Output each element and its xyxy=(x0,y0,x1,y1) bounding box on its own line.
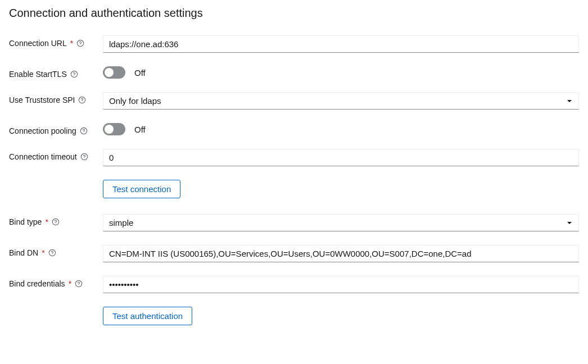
label-connection-url: Connection URL xyxy=(9,39,67,48)
row-enable-starttls: Enable StartTLS Off xyxy=(9,66,579,79)
svg-point-1 xyxy=(80,45,81,46)
row-bind-credentials: Bind credentials * xyxy=(9,276,579,293)
row-connection-url: Connection URL * xyxy=(9,35,579,53)
use-truststore-spi-select[interactable]: Only for ldaps xyxy=(103,92,579,110)
bind-dn-input[interactable] xyxy=(103,245,579,262)
required-marker: * xyxy=(45,217,48,226)
test-authentication-button[interactable]: Test authentication xyxy=(103,307,192,325)
row-test-authentication: Test authentication xyxy=(9,307,579,325)
row-connection-timeout: Connection timeout xyxy=(9,149,579,166)
section-title: Connection and authentication settings xyxy=(9,7,579,20)
row-test-connection: Test connection xyxy=(9,180,579,198)
help-icon[interactable] xyxy=(80,153,88,161)
svg-point-15 xyxy=(79,285,79,286)
svg-point-13 xyxy=(52,254,52,255)
label-connection-timeout: Connection timeout xyxy=(9,152,77,161)
help-icon[interactable] xyxy=(70,70,78,78)
label-bind-dn: Bind DN xyxy=(9,248,38,257)
help-icon[interactable] xyxy=(52,218,60,226)
row-connection-pooling: Connection pooling Off xyxy=(9,123,579,135)
test-connection-button[interactable]: Test connection xyxy=(103,180,180,198)
required-marker: * xyxy=(42,248,44,257)
connection-url-input[interactable] xyxy=(103,35,579,53)
bind-credentials-input[interactable] xyxy=(103,276,579,293)
enable-starttls-state: Off xyxy=(134,68,146,78)
connection-timeout-input[interactable] xyxy=(103,149,579,166)
svg-point-7 xyxy=(83,133,84,133)
connection-pooling-state: Off xyxy=(134,125,146,134)
svg-point-11 xyxy=(55,224,56,224)
row-bind-type: Bind type * simple xyxy=(9,214,579,231)
help-icon[interactable] xyxy=(78,96,86,104)
required-marker: * xyxy=(69,279,71,288)
bind-type-select[interactable]: simple xyxy=(103,214,579,231)
row-bind-dn: Bind DN * xyxy=(9,245,579,262)
svg-point-3 xyxy=(74,76,74,76)
help-icon[interactable] xyxy=(75,280,83,288)
svg-point-9 xyxy=(84,158,84,159)
label-connection-pooling: Connection pooling xyxy=(9,126,76,135)
label-bind-type: Bind type xyxy=(9,217,42,226)
label-use-truststore-spi: Use Truststore SPI xyxy=(9,95,75,104)
enable-starttls-toggle[interactable] xyxy=(103,66,125,79)
connection-pooling-toggle[interactable] xyxy=(103,123,125,135)
svg-point-5 xyxy=(82,102,83,102)
help-icon[interactable] xyxy=(76,39,84,47)
label-enable-starttls: Enable StartTLS xyxy=(9,70,67,79)
help-icon[interactable] xyxy=(80,127,88,135)
row-use-truststore-spi: Use Truststore SPI Only for ldaps xyxy=(9,92,579,110)
help-icon[interactable] xyxy=(48,249,56,257)
required-marker: * xyxy=(70,39,73,48)
label-bind-credentials: Bind credentials xyxy=(9,279,65,288)
